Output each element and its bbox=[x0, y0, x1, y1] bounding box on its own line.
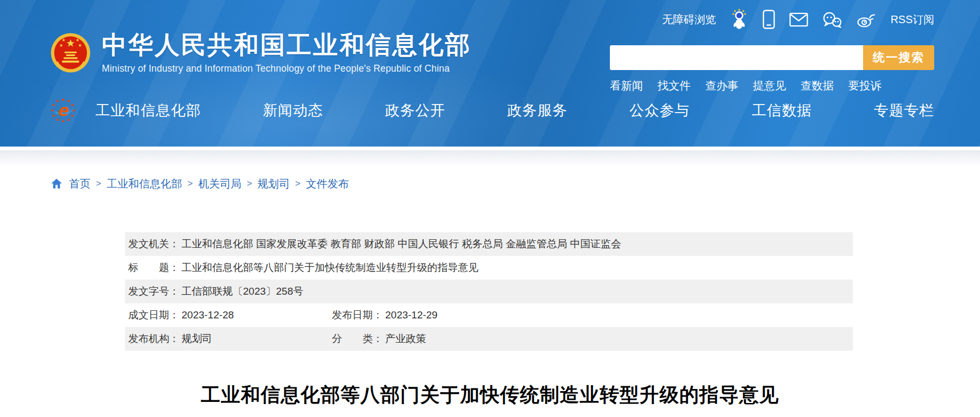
breadcrumb-planning-dept[interactable]: 规划司 bbox=[258, 177, 290, 191]
svg-text:e: e bbox=[57, 101, 69, 120]
weibo-icon[interactable] bbox=[857, 11, 877, 27]
breadcrumb-separator: > bbox=[295, 178, 301, 189]
meta-label: 成文日期： bbox=[128, 308, 179, 322]
brand-titles: 中华人民共和国工业和信息化部 Ministry of Industry and … bbox=[102, 31, 471, 74]
meta-doc-number: 发文字号： 工信部联规〔2023〕258号 bbox=[125, 284, 853, 298]
breadcrumb-separator: > bbox=[247, 178, 252, 189]
breadcrumb-separator: > bbox=[96, 178, 101, 189]
mail-icon[interactable] bbox=[789, 12, 808, 27]
header-banner: 无障碍浏览 bbox=[0, 0, 980, 147]
miit-e-logo-icon[interactable]: e bbox=[50, 98, 76, 123]
meta-value: 工信部联规〔2023〕258号 bbox=[182, 284, 303, 298]
meta-label: 发布机构： bbox=[128, 332, 179, 346]
table-row: 发文字号： 工信部联规〔2023〕258号 bbox=[125, 280, 853, 303]
document-title: 工业和信息化部等八部门关于加快传统制造业转型升级的指导意见 bbox=[0, 382, 980, 408]
nav-item-special-topics[interactable]: 专题专栏 bbox=[874, 101, 934, 120]
site-title-en: Ministry of Industry and Information Tec… bbox=[102, 63, 471, 74]
quick-link-suggestions[interactable]: 提意见 bbox=[753, 78, 787, 93]
rss-link[interactable]: RSS订阅 bbox=[891, 12, 934, 27]
nav-item-news[interactable]: 新闻动态 bbox=[263, 101, 323, 120]
meta-label: 发文字号： bbox=[128, 284, 179, 298]
nav-item-data[interactable]: 工信数据 bbox=[752, 101, 812, 120]
quick-link-news[interactable]: 看新闻 bbox=[610, 78, 643, 93]
accessibility-link[interactable]: 无障碍浏览 bbox=[662, 12, 716, 27]
meta-value: 2023-12-28 bbox=[182, 309, 234, 321]
utility-bar: 无障碍浏览 bbox=[662, 10, 934, 29]
meta-publishing-dept: 发布机构： 规划司 bbox=[125, 332, 329, 346]
quick-links: 看新闻 找文件 查办事 提意见 查数据 要投诉 bbox=[610, 78, 934, 93]
banner-gap bbox=[0, 147, 980, 150]
document-meta-table: 发文机关： 工业和信息化部 国家发展改革委 教育部 财政部 中国人民银行 税务总… bbox=[125, 232, 853, 351]
main-nav: e 工业和信息化部 新闻动态 政务公开 政务服务 公众参与 工信数据 专题专栏 bbox=[50, 95, 934, 126]
meta-label: 发布日期： bbox=[332, 308, 383, 322]
home-icon bbox=[51, 178, 62, 190]
nav-items: 工业和信息化部 新闻动态 政务公开 政务服务 公众参与 工信数据 专题专栏 bbox=[95, 101, 934, 120]
search-input[interactable] bbox=[610, 45, 863, 70]
meta-value: 规划司 bbox=[182, 332, 212, 346]
nav-item-gov-services[interactable]: 政务服务 bbox=[507, 101, 567, 120]
meta-title: 标 题： 工业和信息化部等八部门关于加快传统制造业转型升级的指导意见 bbox=[125, 261, 853, 275]
table-row: 标 题： 工业和信息化部等八部门关于加快传统制造业转型升级的指导意见 bbox=[125, 256, 853, 280]
quick-link-data[interactable]: 查数据 bbox=[801, 78, 834, 93]
quick-link-services[interactable]: 查办事 bbox=[705, 78, 739, 93]
search-area: 统一搜索 看新闻 找文件 查办事 提意见 查数据 要投诉 bbox=[610, 45, 934, 93]
meta-date-published: 发布日期： 2023-12-29 bbox=[329, 308, 853, 322]
breadcrumb: 首页 > 工业和信息化部 > 机关司局 > 规划司 > 文件发布 bbox=[0, 176, 980, 191]
quick-link-complaints[interactable]: 要投诉 bbox=[849, 78, 882, 93]
meta-value: 2023-12-29 bbox=[385, 309, 437, 321]
meta-value: 工业和信息化部等八部门关于加快传统制造业转型升级的指导意见 bbox=[182, 261, 478, 275]
meta-date-written: 成文日期： 2023-12-28 bbox=[125, 308, 329, 322]
breadcrumb-home[interactable]: 首页 bbox=[69, 177, 91, 191]
meta-label: 发文机关： bbox=[128, 237, 179, 251]
nav-item-miit[interactable]: 工业和信息化部 bbox=[95, 101, 201, 120]
unified-search-button[interactable]: 统一搜索 bbox=[863, 45, 934, 70]
table-row: 发布机构： 规划司 分 类： 产业政策 bbox=[125, 327, 853, 351]
brand-logo[interactable]: 中华人民共和国工业和信息化部 Ministry of Industry and … bbox=[50, 31, 471, 74]
meta-value: 产业政策 bbox=[385, 332, 426, 346]
breadcrumb-document-release[interactable]: 文件发布 bbox=[306, 177, 349, 191]
table-row: 成文日期： 2023-12-28 发布日期： 2023-12-29 bbox=[125, 303, 853, 327]
national-emblem-icon bbox=[50, 32, 91, 73]
breadcrumb-separator: > bbox=[187, 178, 193, 189]
meta-value: 工业和信息化部 国家发展改革委 教育部 财政部 中国人民银行 税务总局 金融监管… bbox=[182, 237, 621, 251]
meta-issuing-agencies: 发文机关： 工业和信息化部 国家发展改革委 教育部 财政部 中国人民银行 税务总… bbox=[125, 237, 853, 251]
search-row: 统一搜索 bbox=[610, 45, 934, 70]
robot-mascot-icon[interactable] bbox=[730, 9, 748, 30]
nav-item-participation[interactable]: 公众参与 bbox=[629, 101, 690, 120]
gradient-strip bbox=[0, 150, 980, 165]
meta-category: 分 类： 产业政策 bbox=[329, 332, 853, 346]
breadcrumb-miit[interactable]: 工业和信息化部 bbox=[107, 177, 182, 191]
table-row: 发文机关： 工业和信息化部 国家发展改革委 教育部 财政部 中国人民银行 税务总… bbox=[125, 232, 853, 256]
site-title-cn: 中华人民共和国工业和信息化部 bbox=[102, 31, 471, 59]
wechat-icon[interactable] bbox=[822, 11, 843, 28]
meta-label: 标 题： bbox=[128, 261, 179, 275]
quick-link-documents[interactable]: 找文件 bbox=[658, 78, 691, 93]
page: 无障碍浏览 bbox=[0, 0, 980, 417]
meta-label: 分 类： bbox=[332, 332, 383, 346]
nav-item-gov-info[interactable]: 政务公开 bbox=[385, 101, 446, 120]
breadcrumb-departments[interactable]: 机关司局 bbox=[198, 177, 241, 191]
mobile-icon[interactable] bbox=[762, 10, 775, 29]
